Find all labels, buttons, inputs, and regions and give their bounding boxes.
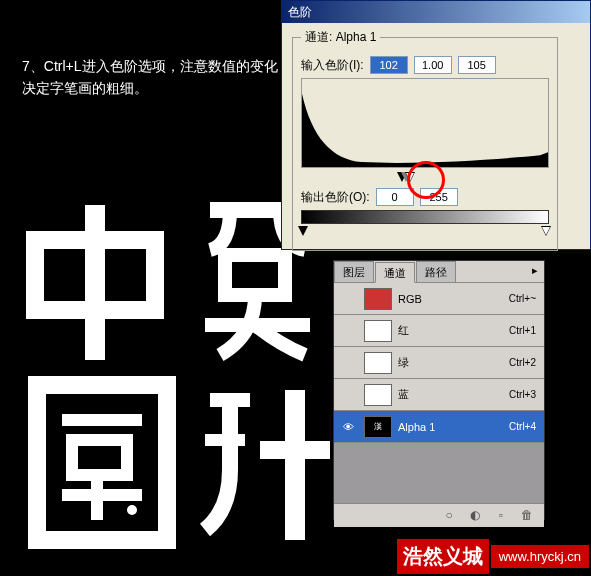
levels-titlebar[interactable]: 色阶 (282, 1, 590, 23)
channel-thumb (364, 384, 392, 406)
out-white-slider[interactable] (541, 226, 551, 236)
tab-paths[interactable]: 路径 (416, 261, 456, 282)
channel-legend: 通道: Alpha 1 (301, 29, 380, 46)
watermark-url: www.hryckj.cn (491, 545, 589, 568)
channel-row-green[interactable]: 绿 Ctrl+2 (334, 347, 544, 379)
output-levels-label: 输出色阶(O): (301, 189, 370, 206)
svg-rect-3 (225, 255, 285, 295)
channel-thumb (364, 352, 392, 374)
channel-shortcut: Ctrl+1 (509, 325, 536, 336)
save-selection-icon[interactable]: ◐ (466, 508, 484, 524)
channel-shortcut: Ctrl+4 (509, 421, 536, 432)
load-selection-icon[interactable]: ○ (440, 508, 458, 524)
input-white-point[interactable] (458, 56, 496, 74)
input-gamma[interactable] (414, 56, 452, 74)
channel-name: Alpha 1 (398, 421, 509, 433)
output-white[interactable] (420, 188, 458, 206)
output-black[interactable] (376, 188, 414, 206)
channel-row-blue[interactable]: 蓝 Ctrl+3 (334, 379, 544, 411)
input-slider[interactable] (301, 172, 549, 184)
channel-row-rgb[interactable]: RGB Ctrl+~ (334, 283, 544, 315)
channel-thumb (364, 320, 392, 342)
tab-channels[interactable]: 通道 (375, 262, 415, 283)
delete-channel-icon[interactable]: 🗑 (518, 508, 536, 524)
channel-row-red[interactable]: 红 Ctrl+1 (334, 315, 544, 347)
output-slider[interactable] (301, 226, 549, 238)
channel-shortcut: Ctrl+3 (509, 389, 536, 400)
visibility-toggle[interactable]: 👁 (338, 421, 358, 433)
channel-thumb (364, 288, 392, 310)
input-black-point[interactable] (370, 56, 408, 74)
svg-point-10 (128, 506, 136, 514)
channel-thumb: 漢 (364, 416, 392, 438)
channel-shortcut: Ctrl+~ (509, 293, 536, 304)
out-black-slider[interactable] (298, 226, 308, 236)
levels-dialog: 色阶 通道: Alpha 1 输入色阶(I): (281, 0, 591, 250)
svg-rect-7 (72, 440, 127, 475)
tab-layers[interactable]: 图层 (334, 261, 374, 282)
empty-area (334, 443, 544, 503)
channels-panel: 图层 通道 路径 ▸ RGB Ctrl+~ 红 Ctrl+1 绿 Ctrl+2 … (333, 260, 545, 520)
output-gradient (301, 210, 549, 224)
white-slider[interactable] (405, 172, 415, 182)
channel-name: 蓝 (398, 387, 509, 402)
channel-list: RGB Ctrl+~ 红 Ctrl+1 绿 Ctrl+2 蓝 Ctrl+3 👁 … (334, 283, 544, 503)
histogram (301, 78, 549, 168)
instruction-text: 7、Ctrl+L进入色阶选项，注意数值的变化决定字笔画的粗细。 (22, 55, 282, 99)
channel-name: 红 (398, 323, 509, 338)
levels-fieldset: 通道: Alpha 1 输入色阶(I): 输出色阶(O): (292, 29, 558, 251)
channel-shortcut: Ctrl+2 (509, 357, 536, 368)
channel-row-alpha1[interactable]: 👁 漢 Alpha 1 Ctrl+4 (334, 411, 544, 443)
channel-name: 绿 (398, 355, 509, 370)
panel-menu-icon[interactable]: ▸ (526, 261, 544, 282)
new-channel-icon[interactable]: ▫ (492, 508, 510, 524)
input-levels-label: 输入色阶(I): (301, 57, 364, 74)
channel-name: RGB (398, 293, 509, 305)
watermark: 浩然义城 www.hryckj.cn (397, 539, 589, 574)
